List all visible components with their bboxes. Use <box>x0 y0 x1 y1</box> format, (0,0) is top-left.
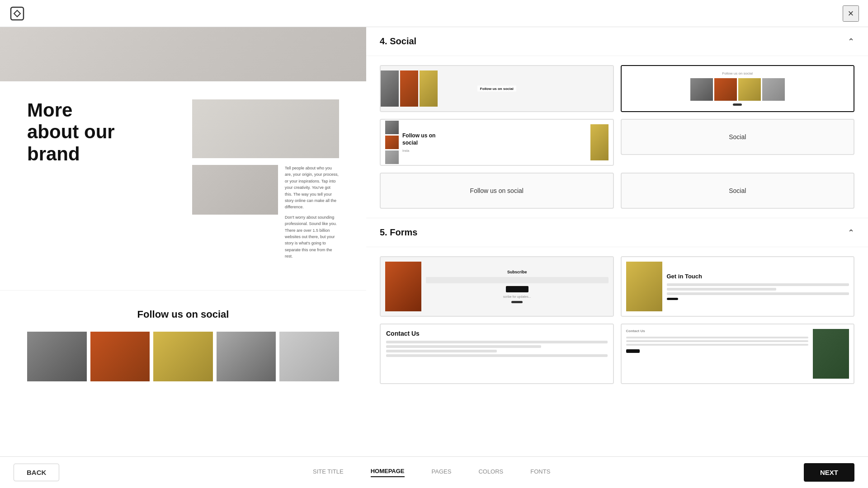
form-tmpl3-preview: Contact Us <box>381 324 613 383</box>
form-tmpl2-preview: Get in Touch <box>622 257 854 316</box>
next-button[interactable]: NEXT <box>804 463 854 482</box>
social-template-2[interactable]: Follow us on social <box>621 65 855 112</box>
social-templates-grid: Follow us on social Follow us on social <box>366 56 868 218</box>
bottom-nav: BACK SITE TITLE HOMEPAGE PAGES COLORS FO… <box>0 456 868 488</box>
tmpl2-img-4 <box>762 78 785 101</box>
tmpl2-img-3 <box>738 78 761 101</box>
social-tmpl1-preview: Follow us on social <box>381 66 613 111</box>
preview-social-section: Follow us on social <box>0 290 366 399</box>
tmpl1-img-3 <box>420 70 438 107</box>
preview-hero-image <box>0 27 366 81</box>
form-tmpl1-preview: Subscribe scribe for updates... <box>381 257 613 316</box>
social-tmpl6-label: Social <box>729 187 746 194</box>
preview-brand-text: More about our brand <box>27 99 174 174</box>
fmtpl1-input-field <box>426 277 609 283</box>
preview-social-grid <box>27 332 339 381</box>
preview-social-img-3 <box>153 332 213 381</box>
forms-templates-grid: Subscribe scribe for updates... <box>366 247 868 393</box>
fmtpl2-dot <box>667 298 678 300</box>
top-bar: × <box>0 0 868 27</box>
fmtpl1-image <box>385 262 421 311</box>
social-tmpl2-preview: Follow us on social <box>622 66 854 111</box>
social-section-chevron[interactable]: ⌃ <box>848 37 854 47</box>
tmpl3-img-1 <box>385 121 399 134</box>
preview-brand-title: More about our brand <box>27 99 174 165</box>
fmtpl2-title: Get in Touch <box>667 273 849 280</box>
tmpl2-images <box>690 78 785 101</box>
nav-step-colors[interactable]: COLORS <box>478 468 503 477</box>
tmpl2-img-1 <box>690 78 713 101</box>
preview-brand-section: More about our brand Tell people about w… <box>0 81 366 281</box>
preview-left-image <box>192 165 278 215</box>
main-content: More about our brand Tell people about w… <box>0 27 868 456</box>
fmtpl2-right: Get in Touch <box>667 273 849 300</box>
squarespace-logo <box>9 5 25 22</box>
preview-top-image <box>192 99 339 158</box>
fmtpl1-right: Subscribe scribe for updates... <box>426 270 609 303</box>
fmtpl3-title: Contact Us <box>386 330 608 337</box>
nav-step-fonts[interactable]: FONTS <box>530 468 550 477</box>
tmpl2-title: Follow us on social <box>722 71 753 75</box>
preview-brand-body: Tell people about who you are, your orig… <box>285 165 339 263</box>
fmtpl4-image <box>813 329 849 379</box>
social-template-6[interactable]: Social <box>621 173 855 209</box>
form-tmpl4-preview: Contact Us <box>622 324 854 383</box>
form-template-2[interactable]: Get in Touch <box>621 256 855 317</box>
social-tmpl5-label: Follow us on social <box>470 187 524 194</box>
fmtpl1-dot <box>511 301 523 303</box>
nav-step-site-title[interactable]: SITE TITLE <box>313 468 344 477</box>
forms-section-title: 5. Forms <box>380 227 417 238</box>
tmpl2-img-2 <box>714 78 737 101</box>
tmpl3-img-right <box>590 124 609 160</box>
fmtpl1-label: Subscribe <box>507 270 527 274</box>
close-button[interactable]: × <box>843 5 859 22</box>
nav-step-homepage[interactable]: HOMEPAGE <box>371 468 405 477</box>
preview-social-img-2 <box>90 332 150 381</box>
right-panel: 4. Social ⌃ Follow us on social <box>366 27 868 456</box>
tmpl1-overlay-text: Follow us on social <box>477 86 516 92</box>
social-template-3[interactable]: Follow us onsocial Insta <box>380 119 614 166</box>
social-template-5[interactable]: Follow us on social <box>380 173 614 209</box>
fmtpl4-contact-label: Contact Us <box>626 329 809 333</box>
fmtpl2-image <box>626 262 662 311</box>
tmpl3-imgs-col <box>385 121 399 164</box>
social-template-4[interactable]: Social <box>621 119 855 155</box>
preview-two-col: Tell people about who you are, your orig… <box>192 165 339 263</box>
social-template-1[interactable]: Follow us on social <box>380 65 614 112</box>
tmpl3-heading: Follow us onsocial <box>402 132 587 146</box>
tmpl3-text-col: Follow us onsocial Insta <box>402 132 587 152</box>
form-template-4[interactable]: Contact Us <box>621 324 855 384</box>
fmtpl1-btn <box>506 286 528 292</box>
form-template-1[interactable]: Subscribe scribe for updates... <box>380 256 614 317</box>
tmpl2-dot <box>733 103 742 106</box>
fmtpl4-lines: Contact Us <box>626 329 809 353</box>
tmpl1-img-1 <box>381 70 399 107</box>
preview-site: More about our brand Tell people about w… <box>0 27 366 456</box>
form-template-3[interactable]: Contact Us <box>380 324 614 384</box>
forms-section-header: 5. Forms ⌃ <box>366 218 868 247</box>
tmpl1-img-2 <box>400 70 418 107</box>
tmpl3-img-2 <box>385 136 399 149</box>
preview-social-img-5 <box>279 332 339 381</box>
preview-brand-images: Tell people about who you are, your orig… <box>192 99 339 263</box>
preview-social-title: Follow us on social <box>27 309 339 320</box>
svg-rect-0 <box>11 7 24 20</box>
back-button[interactable]: BACK <box>14 464 59 481</box>
preview-social-img-1 <box>27 332 87 381</box>
social-section-header: 4. Social ⌃ <box>366 27 868 56</box>
social-tmpl4-label: Social <box>729 133 746 141</box>
nav-step-pages[interactable]: PAGES <box>432 468 452 477</box>
forms-section-chevron[interactable]: ⌃ <box>848 228 854 238</box>
nav-steps: SITE TITLE HOMEPAGE PAGES COLORS FONTS <box>313 468 550 477</box>
tmpl3-sub: Insta <box>402 149 587 152</box>
preview-pane: More about our brand Tell people about w… <box>0 27 366 456</box>
preview-social-img-4 <box>217 332 276 381</box>
forms-section: 5. Forms ⌃ Subscribe scribe for update <box>366 218 868 393</box>
tmpl3-img-3 <box>385 150 399 164</box>
social-section-title: 4. Social <box>380 36 416 47</box>
fmtpl4-btn <box>626 349 640 353</box>
social-tmpl3-preview: Follow us onsocial Insta <box>381 120 613 165</box>
fmtpl1-small-text: scribe for updates... <box>503 295 531 298</box>
